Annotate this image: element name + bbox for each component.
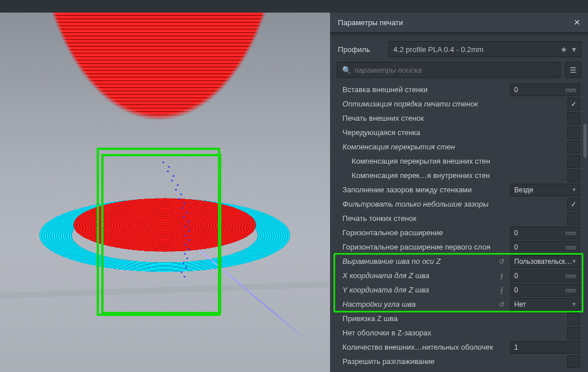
setting-control (567, 155, 580, 168)
checkbox[interactable] (567, 126, 580, 139)
setting-control (510, 341, 580, 354)
viewport-3d[interactable] (0, 13, 330, 372)
setting-control: mm (510, 270, 580, 282)
setting-row-outer_before_inner: Печать внешних стенок (332, 111, 586, 125)
hamburger-button[interactable]: ☰ (565, 62, 581, 78)
reset-icon[interactable]: ↺ (496, 258, 507, 266)
setting-label: Разрешить разглаживание (343, 357, 550, 366)
dropdown[interactable]: Везде▾ (510, 184, 580, 196)
settings-list[interactable]: Вставка внешней стенкиmmОптимизация поря… (330, 81, 588, 372)
checkbox[interactable] (567, 327, 580, 339)
chevron-down-icon: ▾ (573, 300, 576, 308)
checkbox[interactable] (567, 112, 580, 125)
profile-label: Профиль (337, 45, 382, 54)
formula-icon[interactable]: ⨍ (496, 286, 507, 294)
setting-label: Чередующаяся стенка (343, 128, 550, 137)
profile-value[interactable] (394, 45, 557, 54)
number-input[interactable] (510, 341, 580, 354)
setting-row-alternate_wall: Чередующаяся стенка (332, 125, 586, 140)
dropdown-value: Пользовательский (514, 258, 573, 266)
scrollbar[interactable] (583, 124, 587, 158)
setting-control (567, 112, 580, 125)
checkbox[interactable] (567, 169, 580, 182)
dropdown[interactable]: Пользовательский▾ (510, 255, 580, 268)
chevron-down-icon[interactable]: ▾ (572, 45, 576, 54)
setting-control: mm (510, 84, 580, 96)
number-input[interactable]: mm (510, 284, 580, 296)
setting-control: ✓ (567, 98, 580, 110)
checkbox[interactable]: ✓ (567, 98, 580, 110)
close-icon[interactable]: × (570, 17, 580, 29)
setting-row-optimize_order: Оптимизация порядка печати стенок✓ (332, 97, 586, 111)
setting-label: Оптимизация порядка печати стенок (343, 100, 550, 108)
number-field[interactable] (511, 343, 576, 351)
checkbox[interactable] (567, 312, 580, 325)
setting-label: X координата для Z шва (343, 271, 493, 280)
highlight-rect-inner (101, 154, 221, 314)
content: Параметры печати × Профиль ★ ▾ 🔍 ☰ Встав… (0, 13, 588, 372)
number-field[interactable] (511, 229, 566, 237)
profile-dropdown[interactable]: ★ ▾ (388, 41, 581, 57)
setting-row-h_expand_first: Горизонтальное расширение первого слояmm (332, 240, 586, 254)
setting-control: mm (510, 227, 580, 239)
chevron-down-icon: ▾ (573, 258, 576, 265)
panel-title-bar: Параметры печати × (330, 13, 588, 32)
formula-icon[interactable]: ⨍ (496, 272, 507, 280)
setting-control: mm (510, 241, 580, 254)
number-field[interactable] (511, 243, 566, 251)
setting-row-z_seam_x: X координата для Z шва⨍mm (332, 268, 586, 283)
unit-label: mm (566, 86, 579, 93)
number-field[interactable] (511, 272, 566, 280)
checkbox[interactable] (567, 141, 580, 153)
setting-row-thin_walls: Печать тонких стенок (332, 211, 586, 225)
setting-label: Настройки угла шва (343, 300, 493, 308)
dropdown[interactable]: Нет▾ (510, 298, 580, 311)
setting-row-fill_gaps: Заполнение зазоров между стенкамиВезде▾ (332, 183, 586, 197)
setting-label: Горизонтальное расширение первого слоя (343, 243, 493, 251)
number-input[interactable]: mm (510, 84, 580, 96)
setting-label: Вставка внешней стенки (343, 85, 493, 94)
panel-title: Параметры печати (338, 18, 403, 27)
setting-control (567, 355, 580, 368)
checkbox[interactable]: ✓ (567, 198, 580, 211)
top-bar (0, 0, 588, 13)
search-icon: 🔍 (342, 66, 351, 74)
number-field[interactable] (511, 86, 566, 94)
setting-label: Печать тонких стенок (343, 214, 550, 223)
setting-control: mm (510, 284, 580, 296)
checkbox[interactable] (567, 355, 580, 368)
setting-label: Горизонтальное расширение (343, 228, 493, 237)
search-input-wrap[interactable]: 🔍 (337, 62, 561, 78)
setting-label: Выравнивание шва по оси Z (343, 257, 493, 266)
setting-row-outer_wall_inset: Вставка внешней стенкиmm (332, 82, 586, 97)
setting-label: Привязка Z шва (343, 314, 550, 323)
setting-control (567, 312, 580, 325)
setting-control (567, 126, 580, 139)
setting-control (567, 327, 580, 339)
search-input[interactable] (355, 66, 555, 74)
setting-row-no_skin_z: Нет оболочки в Z-зазорах (332, 326, 586, 340)
search-row: 🔍 ☰ (330, 62, 588, 81)
number-input[interactable]: mm (510, 270, 580, 282)
setting-row-comp_overlap_out: Компенсация перекрытия внешних стен (332, 154, 586, 168)
number-input[interactable]: mm (510, 227, 580, 239)
setting-row-extra_skin_walls: Количество внешних…нительных оболочек (332, 340, 586, 354)
setting-row-comp_overlap: Компенсация перекрытия стен (332, 140, 586, 154)
setting-control: Везде▾ (510, 184, 580, 196)
setting-label: Компенсация перек…я внутренних стен (352, 171, 550, 180)
setting-label: Печать внешних стенок (343, 114, 550, 122)
setting-control (567, 141, 580, 153)
setting-label: Количество внешних…нительных оболочек (343, 343, 493, 351)
checkbox[interactable] (567, 212, 580, 225)
number-input[interactable]: mm (510, 241, 580, 254)
setting-label: Фильтровать только небольшие зазоры (343, 200, 550, 208)
unit-label: mm (566, 244, 579, 251)
dropdown-value: Везде (514, 186, 573, 194)
print-settings-panel: Параметры печати × Профиль ★ ▾ 🔍 ☰ Встав… (330, 13, 588, 372)
setting-label: Компенсация перекрытия стен (343, 143, 550, 151)
reset-icon[interactable]: ↺ (496, 300, 507, 308)
star-icon[interactable]: ★ (561, 45, 567, 54)
checkbox[interactable] (567, 155, 580, 168)
number-field[interactable] (511, 286, 566, 294)
setting-row-h_expand: Горизонтальное расширениеmm (332, 225, 586, 240)
